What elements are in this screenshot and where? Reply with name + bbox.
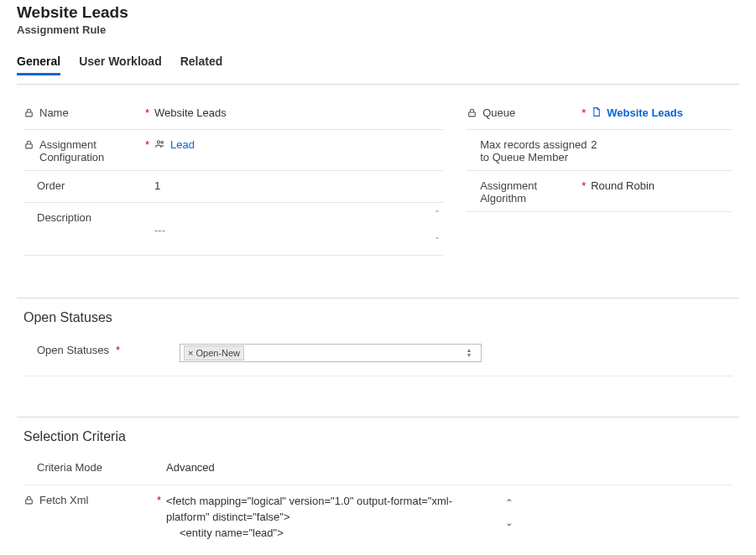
name-label: Name [39, 106, 69, 119]
open-statuses-label: Open Statuses [37, 344, 109, 356]
field-description: Description --- ˆ ˇ [23, 203, 443, 256]
svg-rect-4 [469, 112, 476, 117]
field-queue: Queue * Website Leads [467, 98, 733, 130]
field-assignment-configuration: Assignment Configuration * Lead [23, 130, 443, 171]
order-label: Order [37, 179, 65, 192]
required-indicator: * [581, 106, 586, 119]
field-assignment-algorithm: Assignment Algorithm * Round Robin [467, 171, 733, 212]
tab-bar: General User Workload Related [17, 51, 739, 75]
svg-point-2 [157, 141, 159, 143]
svg-rect-0 [26, 112, 33, 117]
fetch-xml-label: Fetch Xml [39, 494, 89, 506]
lock-icon [467, 107, 477, 120]
svg-point-3 [161, 142, 163, 143]
queue-value[interactable]: Website Leads [591, 105, 733, 119]
svg-rect-1 [26, 144, 33, 148]
page-header: Website Leads Assignment Rule [17, 3, 739, 36]
required-indicator: * [581, 179, 586, 192]
lock-icon [23, 139, 34, 152]
tab-related[interactable]: Related [180, 51, 223, 75]
page-title: Website Leads [17, 3, 739, 22]
required-indicator: * [145, 106, 149, 119]
fetch-xml-scroll[interactable]: ˆ ˇ [503, 495, 515, 540]
queue-label: Queue [482, 106, 515, 119]
max-records-label: Max records assigned to Queue Member [480, 138, 591, 163]
required-indicator: * [145, 138, 149, 151]
lock-icon [23, 107, 34, 120]
selection-criteria-title: Selection Criteria [23, 429, 733, 444]
scroll-up-icon[interactable]: ˆ [507, 495, 511, 515]
lock-icon [23, 495, 34, 507]
chevron-down-icon[interactable]: ▾ [467, 353, 477, 358]
field-order: Order 1 [23, 171, 443, 203]
scroll-down-icon[interactable]: ˇ [435, 236, 439, 248]
fetch-xml-value[interactable]: <fetch mapping="logical" version="1.0" o… [166, 494, 519, 542]
name-value[interactable]: Website Leads [154, 105, 443, 119]
required-indicator: * [157, 494, 161, 506]
assignment-config-value[interactable]: Lead [154, 137, 443, 151]
order-value[interactable]: 1 [154, 178, 443, 192]
general-section: Name * Website Leads Assignment Configur… [17, 84, 739, 276]
tab-user-workload[interactable]: User Workload [79, 51, 162, 75]
entity-name: Assignment Rule [17, 23, 739, 36]
description-label: Description [37, 211, 91, 224]
open-statuses-title: Open Statuses [23, 310, 733, 325]
people-icon [154, 138, 165, 151]
doc-icon [591, 106, 602, 119]
description-scroll[interactable]: ˆ ˇ [431, 210, 443, 248]
description-value[interactable]: --- ˆ ˇ [154, 210, 443, 248]
tab-general[interactable]: General [17, 51, 60, 75]
algo-value[interactable]: Round Robin [591, 178, 733, 192]
open-statuses-multiselect[interactable]: × Open-New ▴ ▾ [180, 344, 482, 362]
selection-criteria-section: Selection Criteria Criteria Mode Advance… [17, 417, 739, 555]
algo-label: Assignment Algorithm [480, 179, 576, 205]
criteria-mode-value[interactable]: Advanced [166, 459, 733, 474]
max-records-value[interactable]: 2 [591, 137, 733, 151]
criteria-mode-label: Criteria Mode [37, 461, 102, 474]
open-statuses-section: Open Statuses Open Statuses * × Open-New… [17, 298, 739, 395]
status-chip-open-new[interactable]: × Open-New [184, 345, 244, 360]
required-indicator: * [116, 344, 120, 356]
field-name: Name * Website Leads [23, 98, 443, 130]
scroll-down-icon[interactable]: ˇ [507, 520, 511, 539]
multiselect-spinner[interactable]: ▴ ▾ [467, 348, 477, 358]
svg-rect-5 [26, 500, 33, 504]
field-max-records: Max records assigned to Queue Member 2 [467, 130, 733, 171]
scroll-up-icon[interactable]: ˆ [435, 210, 439, 221]
assignment-config-label: Assignment Configuration [39, 138, 140, 163]
